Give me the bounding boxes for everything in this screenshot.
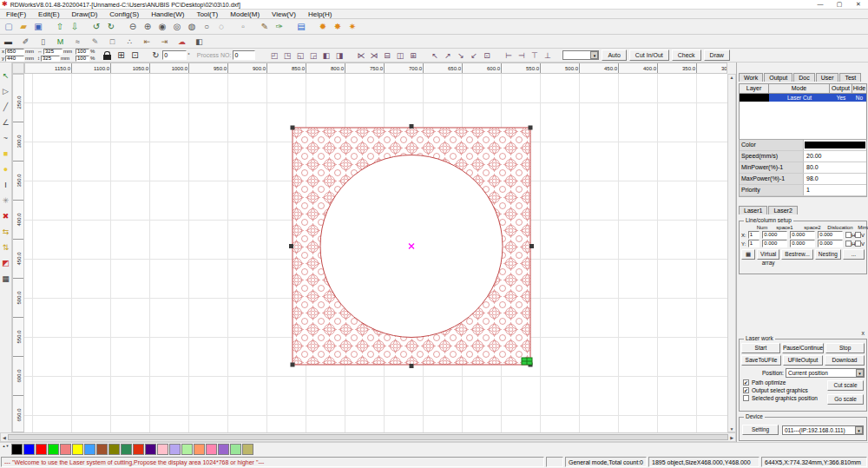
array-action-button[interactable]: Bestrew...: [781, 249, 813, 260]
palette-swatch[interactable]: [145, 444, 156, 455]
color-swatch[interactable]: [805, 164, 865, 171]
maximize-button[interactable]: ▢: [830, 0, 849, 9]
horizontal-scrollbar[interactable]: ◀▶: [0, 432, 736, 442]
layer-hide[interactable]: No: [852, 94, 866, 102]
palette-swatch[interactable]: [96, 444, 108, 455]
layer-row[interactable]: Laser Cut Yes No: [740, 94, 866, 102]
property-value[interactable]: 98.0: [804, 174, 866, 184]
palette-swatch[interactable]: [84, 444, 95, 455]
laser-file-button[interactable]: SaveToUFile: [741, 355, 781, 366]
option-checkbox[interactable]: [743, 395, 749, 401]
align-top-icon[interactable]: ◱: [293, 49, 306, 61]
align-center-h-icon[interactable]: ◧: [319, 49, 332, 61]
palette-swatch[interactable]: [218, 444, 229, 455]
v-distribute-icon[interactable]: ⇥: [158, 36, 171, 47]
palette-swatch[interactable]: [72, 444, 83, 455]
menu-item[interactable]: Edit(E): [32, 10, 65, 18]
edge-bottom-icon[interactable]: ⊥: [541, 49, 554, 61]
zoom-all-icon[interactable]: ◎: [170, 20, 184, 33]
process-no-field[interactable]: 0: [233, 50, 255, 60]
same-height-icon[interactable]: ◫: [393, 49, 406, 61]
frame-select-icon[interactable]: ▫: [236, 20, 250, 33]
height-field[interactable]: 325: [41, 56, 60, 62]
property-value[interactable]: 1: [804, 185, 866, 195]
laser-tab[interactable]: Laser1: [739, 206, 767, 214]
scale-button[interactable]: Cut scale: [827, 380, 864, 391]
align-bottom-icon[interactable]: ◲: [306, 49, 319, 61]
panel-icon[interactable]: ◧: [193, 36, 206, 47]
height-percent-field[interactable]: 100: [76, 56, 89, 62]
rectangle-icon[interactable]: ■: [0, 148, 11, 159]
palette-swatch[interactable]: [36, 444, 47, 455]
laser-tab[interactable]: Laser2: [768, 206, 797, 214]
array-icon[interactable]: ▦: [0, 273, 11, 284]
layer-color-swatch[interactable]: [740, 94, 769, 102]
laser-pos-bottomright-icon[interactable]: ↘: [454, 49, 467, 61]
fill-icon[interactable]: ◩: [0, 257, 11, 268]
laser-pos-topleft-icon[interactable]: ↖: [428, 49, 441, 61]
panel-tab[interactable]: Test: [839, 73, 861, 82]
ellipse-icon[interactable]: ●: [0, 163, 11, 175]
panel-close-icon[interactable]: x: [862, 330, 865, 336]
panel-tab[interactable]: Output: [764, 73, 792, 82]
zoom-page-icon[interactable]: ◍: [185, 20, 199, 33]
zoom-selection-icon[interactable]: ◉: [155, 20, 169, 33]
simulate-icon-1[interactable]: ✹: [316, 20, 330, 33]
material-m-icon[interactable]: M: [54, 36, 67, 47]
property-value[interactable]: 20.00: [804, 151, 866, 161]
h-distribute-icon[interactable]: ⇤: [141, 36, 154, 47]
array-action-button[interactable]: ...: [843, 249, 865, 260]
open-file-icon[interactable]: ▰: [16, 20, 30, 33]
device-setting-button[interactable]: Setting: [742, 425, 779, 435]
palette-swatch[interactable]: [157, 444, 168, 455]
transform-action-button[interactable]: Auto: [602, 49, 626, 61]
node-edit-icon[interactable]: ▷: [0, 85, 11, 96]
curve-icon[interactable]: ≈: [71, 36, 84, 47]
cloud-icon[interactable]: ☁: [175, 36, 188, 47]
minimize-button[interactable]: —: [811, 0, 830, 9]
palette-swatch[interactable]: [169, 444, 181, 455]
array-preview-icon[interactable]: ▦: [741, 249, 755, 260]
preview-monitor-icon[interactable]: ▤: [294, 20, 308, 33]
palette-swatch[interactable]: [23, 444, 35, 455]
menu-item[interactable]: Handle(W): [145, 10, 190, 18]
scroll-thumb[interactable]: [8, 434, 728, 440]
apply-array-icon[interactable]: ⊞: [114, 49, 128, 62]
zoom-window-icon[interactable]: ○: [200, 20, 214, 33]
x-mirror-h-checkbox[interactable]: [845, 232, 852, 238]
y-num-field[interactable]: 1: [748, 240, 760, 247]
zoom-previous-icon[interactable]: ◌: [214, 20, 228, 33]
vertical-scrollbar[interactable]: ▲▼: [727, 74, 736, 432]
film-icon[interactable]: ▬: [2, 36, 15, 47]
palette-scroll-icon[interactable]: ▲▼: [2, 444, 10, 455]
transform-action-button[interactable]: Check: [672, 49, 701, 61]
menu-item[interactable]: Model(M): [224, 10, 266, 18]
menu-item[interactable]: View(V): [266, 10, 302, 18]
menu-item[interactable]: Draw(D): [66, 10, 104, 18]
v-mirror-icon[interactable]: ⋊: [367, 49, 380, 61]
width-percent-field[interactable]: 100: [76, 49, 89, 55]
align-center-v-icon[interactable]: ◨: [332, 49, 345, 61]
drawing-canvas[interactable]: [24, 74, 727, 432]
color-swatch[interactable]: [805, 175, 865, 182]
v-flip-icon[interactable]: ⇅: [0, 241, 11, 253]
laser-work-button[interactable]: Pause/Continue: [782, 343, 824, 353]
property-value[interactable]: 80.0: [804, 162, 866, 173]
rotate-field[interactable]: 0: [162, 50, 187, 60]
laser-work-button[interactable]: Start: [741, 343, 780, 353]
select-icon[interactable]: ↖: [0, 69, 11, 81]
palette-swatch[interactable]: [242, 444, 253, 455]
color-swatch[interactable]: [805, 142, 865, 148]
width-field[interactable]: 325: [43, 49, 62, 55]
laser-work-button[interactable]: Stop: [825, 343, 865, 353]
h-mirror-icon[interactable]: ⋉: [354, 49, 367, 61]
bezier-icon[interactable]: ~: [0, 132, 11, 143]
h-flip-icon[interactable]: ⇆: [0, 226, 11, 237]
delete-icon[interactable]: ✖: [0, 210, 11, 221]
palette-swatch[interactable]: [133, 444, 144, 455]
menu-item[interactable]: File(F): [0, 10, 32, 18]
undo-icon[interactable]: ↺: [89, 20, 103, 33]
y-mirror-v-checkbox[interactable]: [855, 241, 861, 247]
rotate-icon[interactable]: ↻: [148, 49, 162, 62]
size-origin-icon[interactable]: ⊡: [128, 49, 141, 62]
